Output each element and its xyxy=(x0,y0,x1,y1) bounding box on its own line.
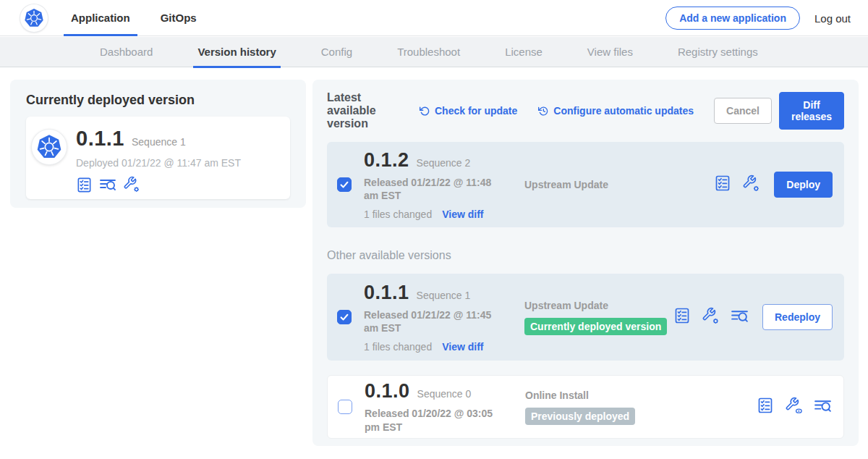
sequence-label: Sequence 1 xyxy=(417,290,471,301)
currently-deployed-card: Currently deployed version 0.1.1 Sequenc… xyxy=(10,80,306,208)
subnav-tab-view-files[interactable]: View files xyxy=(587,37,633,67)
version-source-label: Upstream Update xyxy=(524,300,673,311)
edit-config-icon[interactable] xyxy=(742,174,760,195)
topnav-right: Add a new application Log out xyxy=(665,0,851,36)
redeploy-button[interactable]: Redeploy xyxy=(762,304,833,330)
refresh-icon xyxy=(419,105,430,117)
check-for-update-link[interactable]: Check for update xyxy=(419,105,517,117)
preflight-checks-icon[interactable] xyxy=(714,174,731,195)
subnav-tab-registry-settings[interactable]: Registry settings xyxy=(678,37,758,67)
view-logs-icon[interactable] xyxy=(99,176,116,196)
diff-releases-button[interactable]: Diff releases xyxy=(779,92,844,130)
version-number: 0.1.1 xyxy=(364,282,409,304)
latest-version-title: Latest available version xyxy=(327,91,409,130)
sequence-label: Sequence 2 xyxy=(417,157,471,169)
deployed-version-number: 0.1.1 xyxy=(76,127,124,151)
version-source-label: Online Install xyxy=(525,389,757,401)
released-timestamp: Released 01/21/22 @ 11:45 am EST xyxy=(364,308,506,334)
version-number: 0.1.0 xyxy=(365,380,410,403)
released-timestamp: Released 01/21/22 @ 11:48 am EST xyxy=(364,176,506,202)
deployed-timestamp: Deployed 01/21/22 @ 11:47 am EST xyxy=(76,157,241,169)
subnav-tab-license[interactable]: License xyxy=(505,37,542,67)
version-checkbox[interactable] xyxy=(338,400,352,414)
currently-deployed-badge: Currently deployed version xyxy=(524,318,667,335)
edit-config-icon[interactable] xyxy=(702,307,720,328)
version-number: 0.1.2 xyxy=(364,149,409,172)
latest-version-header: Latest available version Check for updat… xyxy=(327,91,844,130)
version-checkbox[interactable] xyxy=(337,310,352,324)
topnav-tabs: Application GitOps xyxy=(71,0,227,36)
add-application-button[interactable]: Add a new application xyxy=(665,7,800,30)
view-logs-icon[interactable] xyxy=(731,307,749,328)
checkmark-icon xyxy=(339,179,350,190)
subnav-tab-config[interactable]: Config xyxy=(321,37,352,67)
kubernetes-logo xyxy=(20,4,48,32)
subnav-tab-version-history[interactable]: Version history xyxy=(197,37,276,67)
edit-config-icon[interactable] xyxy=(123,176,140,196)
version-row-0-1-2: 0.1.2 Sequence 2 Released 01/21/22 @ 11:… xyxy=(327,142,844,227)
previously-deployed-badge: Previously deployed xyxy=(525,408,635,425)
files-changed-label: 1 files changed xyxy=(364,341,432,353)
kubernetes-logo-icon xyxy=(24,8,44,28)
version-row-0-1-0: 0.1.0 Sequence 0 Released 01/20/22 @ 03:… xyxy=(327,375,844,439)
files-changed-label: 1 files changed xyxy=(364,209,432,220)
configure-automatic-updates-label: Configure automatic updates xyxy=(553,105,694,117)
version-source-label: Upstream Update xyxy=(524,179,714,190)
currently-deployed-title: Currently deployed version xyxy=(26,93,290,108)
deployed-sequence-label: Sequence 1 xyxy=(132,136,186,148)
preflight-checks-icon[interactable] xyxy=(673,307,691,327)
configure-automatic-updates-link[interactable]: Configure automatic updates xyxy=(537,105,694,117)
version-row-0-1-1: 0.1.1 Sequence 1 Released 01/21/22 @ 11:… xyxy=(327,274,844,361)
app-subnav: Dashboard Version history Config Trouble… xyxy=(0,37,868,67)
preflight-checks-icon[interactable] xyxy=(757,397,774,417)
top-navbar: Application GitOps Add a new application… xyxy=(0,0,868,36)
version-history-panel: Latest available version Check for updat… xyxy=(312,80,859,446)
preflight-checks-icon[interactable] xyxy=(76,177,93,196)
subnav-tab-dashboard[interactable]: Dashboard xyxy=(100,37,153,67)
subnav-tab-troubleshoot[interactable]: Troubleshoot xyxy=(397,37,460,67)
version-checkbox[interactable] xyxy=(337,177,352,192)
tab-gitops[interactable]: GitOps xyxy=(161,0,197,36)
view-diff-link[interactable]: View diff xyxy=(442,341,483,353)
view-logs-icon[interactable] xyxy=(814,397,832,418)
sequence-label: Sequence 0 xyxy=(417,388,472,400)
currently-deployed-version-card: 0.1.1 Sequence 1 Deployed 01/21/22 @ 11:… xyxy=(26,117,290,199)
cancel-button[interactable]: Cancel xyxy=(714,98,772,124)
schedule-update-icon xyxy=(537,105,549,117)
released-timestamp: Released 01/20/22 @ 03:05 pm EST xyxy=(365,407,506,433)
checkmark-icon xyxy=(339,311,350,323)
logout-link[interactable]: Log out xyxy=(814,12,851,25)
kubernetes-logo-icon xyxy=(36,134,62,160)
other-versions-title: Other available versions xyxy=(327,249,844,262)
app-logo xyxy=(32,130,67,164)
check-for-update-label: Check for update xyxy=(435,105,517,117)
tab-application[interactable]: Application xyxy=(71,0,130,36)
deploy-button[interactable]: Deploy xyxy=(774,172,833,198)
view-config-icon[interactable] xyxy=(785,397,803,418)
view-diff-link[interactable]: View diff xyxy=(442,209,483,220)
